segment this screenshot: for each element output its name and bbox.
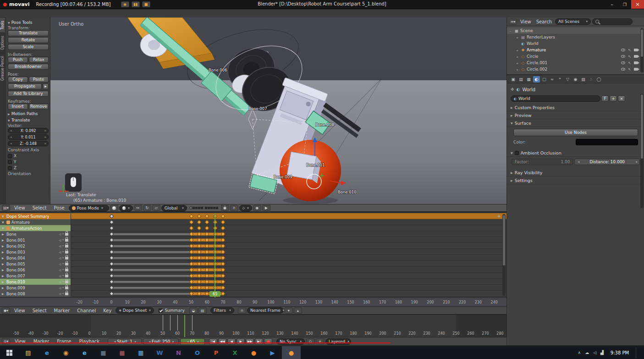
fake-user-button[interactable]: F [601, 95, 609, 102]
file-explorer[interactable]: ▤ [19, 346, 38, 359]
expander-icon[interactable]: ▼ [2, 215, 5, 218]
selectability-cursor-icon[interactable]: ↖ [628, 61, 631, 65]
keyframe-diamond[interactable] [189, 220, 193, 225]
expander-icon[interactable]: ▶ [2, 232, 5, 236]
mute-speaker-icon[interactable]: ◁ [59, 256, 61, 260]
start-button[interactable] [0, 346, 19, 359]
expander-icon[interactable]: + [516, 68, 519, 71]
push-button[interactable]: Push [8, 57, 28, 63]
movies-app[interactable]: ▶ [263, 346, 282, 359]
dope-channel[interactable]: ▶Bone.001◁* [0, 237, 71, 243]
properties-tab-physics[interactable]: ◯ [595, 76, 602, 83]
expander-icon[interactable]: + [516, 49, 519, 52]
renderability-camera-icon[interactable] [634, 55, 638, 58]
dope-channel[interactable]: ▼Dope Sheet Summary [0, 213, 71, 219]
keyframe-diamond[interactable] [109, 220, 114, 225]
powerpoint[interactable]: P [207, 346, 226, 359]
dope-channel[interactable]: ▶Bone.003◁* [0, 249, 71, 255]
keyframe-diamond[interactable] [205, 214, 209, 219]
outliner-editor[interactable]: ≡▾ View Search All Scenes▾ -▦Scene+▤Rend… [507, 17, 644, 75]
dope-channel[interactable]: ▶Bone.004◁* [0, 255, 71, 261]
onenote[interactable]: N [169, 346, 188, 359]
lock-icon[interactable] [65, 263, 68, 265]
visibility-eye-icon[interactable] [621, 49, 625, 51]
keyframe-diamond[interactable] [189, 226, 193, 231]
propagate-button[interactable]: Propagate [8, 83, 42, 89]
mute-speaker-icon[interactable]: ◁ [59, 274, 61, 277]
region-plus-icon[interactable]: + [497, 214, 501, 219]
layered-record-toggle[interactable]: Layered▾ [325, 338, 351, 345]
expander-icon[interactable]: ▶ [2, 244, 5, 248]
menu-search[interactable]: Search [534, 19, 554, 24]
keyframe-diamond[interactable] [109, 280, 114, 284]
keyframe-diamond[interactable] [109, 262, 114, 266]
tab-tools[interactable]: Tools [0, 17, 5, 33]
solo-star-icon[interactable]: * [62, 244, 64, 248]
microsoft-edge[interactable]: e [38, 346, 56, 359]
cloud-icon[interactable]: ☁ [585, 350, 589, 355]
previous-keyframe-button[interactable]: ◀◀ [218, 338, 226, 345]
outliner-item-circle.002[interactable]: +○Circle.002↖ [507, 66, 641, 72]
settings-panel[interactable]: ▶Settings [507, 177, 644, 184]
keyframe-diamond[interactable] [109, 268, 114, 272]
ao-factor-field[interactable]: Factor:1.00 [512, 159, 573, 165]
properties-tab-constraints[interactable]: ≈ [549, 76, 556, 83]
mute-speaker-icon[interactable]: ◁ [59, 292, 61, 295]
lock-icon[interactable] [65, 245, 68, 248]
dope-channel[interactable]: ▶Bone.010◁* [0, 279, 71, 285]
selectability-cursor-icon[interactable]: ↖ [628, 48, 631, 52]
editor-type-timeline-icon[interactable]: ⊙▾ [2, 338, 10, 344]
outliner-item-armature[interactable]: +✚Armature↖ [507, 47, 641, 53]
dope-sheet-editor[interactable]: ▼Dope Sheet Summary▼Armature▼ArmatureAct… [0, 212, 506, 306]
expander-icon[interactable]: ▶ [2, 280, 5, 283]
properties-tab-scene[interactable]: ▦ [525, 76, 532, 83]
menu-view[interactable]: View [518, 19, 533, 24]
scale-button[interactable]: Scale [8, 44, 49, 50]
show-desktop-button[interactable] [636, 347, 638, 358]
renderability-camera-icon[interactable] [634, 61, 638, 64]
properties-tab-world[interactable]: ◐ [533, 76, 540, 83]
jump-to-end-button[interactable]: ▶| [255, 338, 263, 345]
ray-visibility-panel[interactable]: ▶Ray Visibility [507, 169, 644, 177]
transform-orientation-selector[interactable]: Global▾ [161, 205, 187, 211]
outlook[interactable]: O [188, 346, 207, 359]
pin-icon[interactable]: ✥ [511, 87, 514, 92]
manipulator-scale-icon[interactable]: ▱ [152, 205, 160, 211]
surface-panel[interactable]: ▼Surface [507, 119, 644, 127]
dopesheet-mode-selector[interactable]: ◆Dope Sheet▾ [116, 307, 154, 314]
lock-icon[interactable] [65, 293, 68, 295]
snap-magnet-icon[interactable]: ∩ [238, 308, 246, 314]
properties-scrollbar[interactable] [640, 94, 644, 208]
filter-icon[interactable]: ▤ [198, 308, 207, 314]
solo-star-icon[interactable]: * [62, 280, 64, 283]
lock-icon[interactable] [65, 275, 68, 277]
network-icon[interactable]: ▟ [600, 350, 604, 355]
mute-speaker-icon[interactable]: ◁ [59, 280, 61, 283]
menu-select[interactable]: Select [29, 308, 50, 313]
tray-expand-icon[interactable]: ∧ [578, 350, 581, 355]
current-frame-line[interactable] [215, 213, 215, 298]
snap-magnet-icon[interactable]: ∩ [230, 205, 238, 211]
properties-tab-object[interactable]: □ [541, 76, 548, 83]
keyframe-diamond[interactable] [109, 274, 114, 278]
lock-icon[interactable] [65, 251, 68, 254]
viewport-shading-selector[interactable]: ▾ [119, 205, 133, 211]
translate-redo-panel-header[interactable]: ▼Translate [8, 118, 49, 122]
expander-icon[interactable]: ▶ [2, 238, 5, 242]
translate-button[interactable]: Translate [8, 30, 49, 36]
calculator[interactable]: ▦ [132, 346, 150, 359]
solo-star-icon[interactable]: * [62, 232, 64, 236]
outliner-filter-selector[interactable]: All Scenes▾ [555, 18, 591, 25]
minimize-button[interactable]: – [605, 0, 618, 9]
custom-properties-panel[interactable]: ▶Custom Properties [507, 104, 644, 111]
world-color-swatch[interactable] [576, 139, 638, 145]
pause-recording-button[interactable]: ▮▮ [132, 1, 140, 7]
restore-button[interactable]: ❐ [618, 0, 631, 9]
close-button[interactable]: × [631, 0, 644, 9]
keyframe-diamond[interactable] [205, 226, 209, 231]
tab-grease-pencil[interactable]: Grease Pencil [0, 53, 5, 83]
lock-icon[interactable] [65, 269, 68, 271]
expander-icon[interactable]: ▶ [2, 262, 5, 265]
play-reverse-button[interactable]: ◀ [227, 338, 236, 345]
tab-options[interactable]: Options [0, 33, 5, 53]
